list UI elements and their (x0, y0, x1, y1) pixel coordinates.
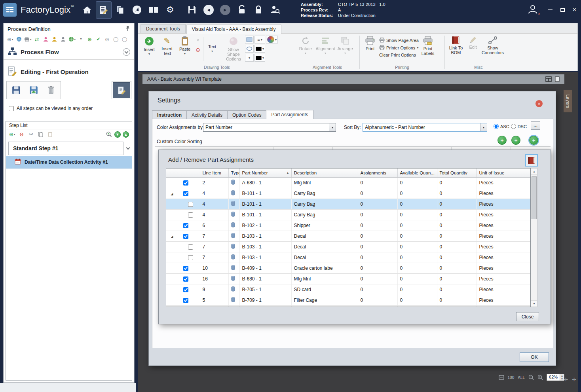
printer-options-button[interactable]: Printer Options▾ (379, 45, 419, 50)
include-part-checkbox[interactable] (188, 202, 193, 207)
pin-icon[interactable] (125, 25, 130, 32)
include-part-checkbox[interactable] (183, 191, 188, 196)
delete-shape-button[interactable]: × (196, 37, 199, 43)
pages-button[interactable] (146, 2, 161, 18)
zoom-in-icon[interactable] (537, 375, 543, 380)
paste-button[interactable] (47, 131, 53, 138)
settings-gear-button[interactable]: ⚙ (163, 2, 178, 18)
process-definition-button[interactable] (96, 2, 111, 18)
pan-icon-2[interactable]: ✛ (572, 377, 576, 383)
save-button[interactable] (184, 2, 199, 18)
part-row[interactable]: 6B-102 - 1Shipper000Pieces (166, 220, 531, 231)
remove-shape-button[interactable]: ⊖ (196, 47, 200, 53)
sort-by-select[interactable]: Alphanumeric - Part Number ▾ (363, 123, 487, 132)
unlock-button[interactable] (234, 2, 249, 18)
column-header-assignments[interactable]: Assignments (358, 169, 397, 177)
show-connectors-button[interactable]: Show Connectors (480, 34, 505, 55)
link-to-bom-button[interactable]: Link To BOM (446, 34, 465, 55)
back-button[interactable]: ◄ (201, 2, 216, 18)
zoom-all-button[interactable]: ALL (518, 375, 525, 380)
dropdown-icon[interactable]: ▾ (78, 36, 84, 43)
paste-button-ribbon[interactable]: Paste▾ (176, 34, 194, 55)
asc-radio[interactable] (494, 124, 499, 129)
dsc-radio[interactable] (511, 124, 516, 129)
show-page-area-button[interactable]: Show Page Area (379, 38, 419, 43)
save-import-button[interactable] (25, 83, 42, 98)
tab-document-tools[interactable]: Document Tools (141, 24, 186, 33)
close-window-button[interactable]: × (573, 7, 576, 13)
step-item-standard-step-1[interactable]: Standard Step #1 (8, 142, 123, 155)
print-labels-button[interactable]: Print Labels (419, 34, 437, 56)
part-row[interactable]: 4B-101 - 1Carry Bag000Pieces (166, 199, 531, 209)
logout-user-button[interactable]: × (527, 4, 539, 16)
zoom-level-spinner[interactable]: 62% ▲▼ (547, 374, 564, 381)
column-header-available-quan-[interactable]: Available Quan... (397, 169, 437, 177)
forward-button[interactable]: ► (218, 2, 233, 18)
ellipse-shape-button[interactable] (245, 45, 254, 53)
home-button[interactable] (80, 2, 95, 18)
process-flow-header[interactable]: Process Flow (4, 45, 134, 60)
close-button[interactable]: Close (516, 312, 539, 321)
layout-icon[interactable] (545, 76, 552, 82)
add-all-color-sort-button[interactable]: + (511, 136, 520, 145)
ok-button[interactable]: OK (520, 352, 549, 362)
settings-close-button[interactable]: × (535, 100, 543, 107)
bom-book-button[interactable] (526, 155, 537, 166)
user-gold-icon[interactable] (51, 36, 58, 43)
settings-tab-activity-details[interactable]: Activity Details (187, 110, 228, 119)
zoom-out-icon[interactable] (528, 375, 534, 380)
part-row[interactable]: 7B-103 - 1Decal000Pieces (166, 241, 531, 252)
scroll-down-button[interactable]: ▼ (531, 300, 537, 307)
move-down-button[interactable]: ▼ (114, 131, 121, 138)
color-assignments-select[interactable]: Part Number ▾ (203, 123, 336, 132)
include-part-checkbox[interactable] (183, 180, 188, 186)
alignment-button[interactable]: Alignment▾ (315, 34, 336, 55)
part-row[interactable]: 16B-680 - 1Mfg Mnl000Pieces (166, 273, 531, 284)
line-color-button[interactable]: ▾ (254, 54, 265, 62)
copy-button[interactable] (37, 131, 44, 138)
edit-button[interactable]: Edit (466, 34, 480, 49)
column-header-total-quantity[interactable]: Total Quantity (437, 169, 477, 177)
sync-button[interactable]: ⇄ (34, 36, 40, 43)
fill-color-button[interactable]: ▾ (254, 45, 265, 53)
more-options-button[interactable]: ... (531, 121, 540, 130)
remove-step-button[interactable]: ⊖ (18, 131, 25, 138)
include-part-checkbox[interactable] (183, 266, 188, 271)
arrange-button[interactable]: Arrange▾ (336, 34, 354, 55)
include-part-checkbox[interactable] (183, 298, 188, 303)
column-header-part-number[interactable]: Part Number▲ (239, 169, 291, 177)
add-dropdown-button[interactable]: ⊕▾ (7, 36, 13, 43)
tab-visual-aid-tools[interactable]: Visual Aid Tools - AAA - Basic Assembly (186, 25, 281, 34)
part-row[interactable]: 10B-409 - 1Oracle carton labe000Pieces (166, 263, 531, 273)
insert-button[interactable]: Insert▾ (141, 34, 158, 55)
zoom-100-button[interactable]: 100 (508, 375, 515, 380)
part-row[interactable]: 5B-709 - 1Filter Cage000Pieces (166, 295, 531, 305)
move-up-button[interactable]: ▲ (123, 131, 129, 138)
include-part-checkbox[interactable] (183, 234, 188, 239)
pan-icon[interactable]: ✛ (564, 377, 568, 383)
lock-button[interactable] (251, 2, 266, 18)
include-part-checkbox[interactable] (188, 212, 193, 218)
clear-print-options-button[interactable]: Clear Print Options (379, 53, 419, 57)
include-part-checkbox[interactable] (188, 244, 193, 250)
combo-dropdown-icon[interactable]: ▾ (480, 123, 487, 131)
fit-page-icon[interactable] (499, 375, 504, 380)
settings-tab-option-codes[interactable]: Option Codes (228, 110, 266, 119)
print-button[interactable]: Print (361, 34, 379, 51)
expander-icon[interactable]: ◢ (171, 235, 173, 239)
navigate-button[interactable] (129, 2, 144, 18)
include-part-checkbox[interactable] (183, 223, 188, 228)
settings-tab-part-assignments[interactable]: Part Assignments (266, 110, 313, 119)
column-header-line-item[interactable]: Line Item (200, 169, 228, 177)
user-gray-icon[interactable] (60, 36, 66, 43)
rotate-button[interactable]: Rotate▾ (297, 34, 314, 55)
part-row[interactable] (166, 305, 531, 307)
palette-button[interactable]: ▾ (266, 36, 278, 44)
expander-icon[interactable]: ◢ (171, 192, 173, 196)
include-part-checkbox[interactable] (188, 255, 193, 260)
part-row[interactable]: ◢4B-101 - 1Carry Bag000Pieces (166, 188, 531, 199)
text-button[interactable]: Text▾ (205, 34, 220, 53)
page-icon[interactable] (555, 76, 560, 82)
print-dropdown-button[interactable]: ▾ (24, 36, 32, 43)
rectangle-shape-button[interactable] (245, 36, 254, 44)
